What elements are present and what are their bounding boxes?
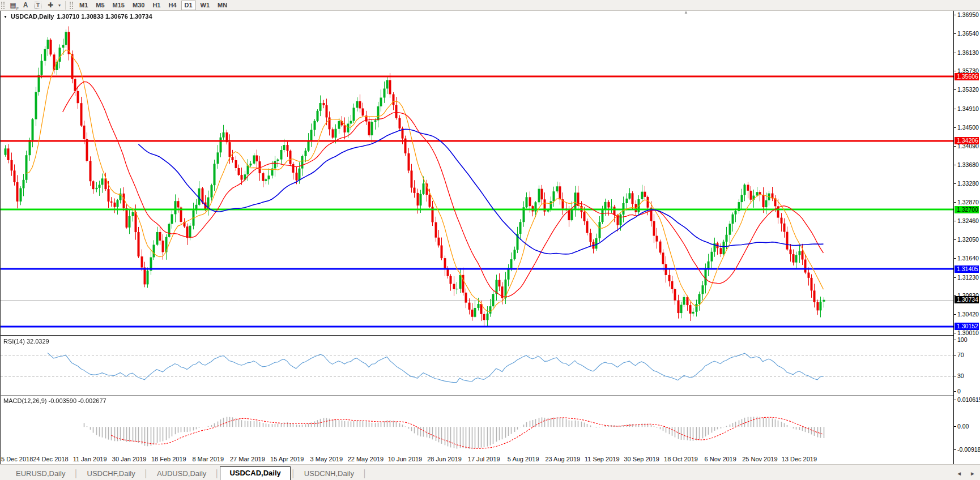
chart-tab-bar: EURUSD,Daily│USDCHF,Daily│AUDUSD,Daily│U… (0, 464, 980, 480)
crosshair-tool-icon[interactable]: ✚ (44, 1, 57, 10)
date-axis-label: 10 Jun 2019 (388, 456, 423, 462)
timeframe-toolbar-grip[interactable] (70, 2, 73, 9)
tf-button-d1[interactable]: D1 (181, 1, 196, 10)
mt4-window: ▦F A T ✚ ▾ M1M5M15M30H1H4D1W1MN ▼ USDCAD… (0, 0, 980, 480)
date-axis-label: 11 Sep 2019 (585, 456, 620, 462)
price-chart-canvas[interactable] (1, 11, 953, 335)
tf-button-m1[interactable]: M1 (76, 1, 91, 10)
symbol-label: USDCAD,Daily (11, 13, 54, 20)
tab-separator: │ (291, 469, 296, 480)
price-tick-label: 0.010615 (954, 396, 980, 403)
date-axis-label: 17 Jul 2019 (468, 456, 500, 462)
rsi-label: RSI(14) 32.0329 (3, 338, 49, 345)
price-tick-label: 1.32460 (954, 217, 979, 224)
price-tick-label: 0 (954, 388, 961, 395)
ohlc-values: 1.30710 1.30833 1.30676 1.30734 (57, 13, 152, 20)
date-axis-label: 27 Mar 2019 (230, 456, 265, 462)
price-tick-label: 1.31230 (954, 274, 979, 281)
tab-separator: │ (362, 469, 368, 480)
chart-tabs: EURUSD,Daily│USDCHF,Daily│AUDUSD,Daily│U… (0, 466, 368, 480)
price-level-badge: 1.35606 (955, 73, 979, 80)
chart-area: ▼ USDCAD,Daily 1.30710 1.30833 1.30676 1… (0, 11, 980, 464)
date-axis-label: 23 Aug 2019 (545, 456, 580, 462)
date-axis-label: 11 Jan 2019 (73, 456, 107, 462)
price-tick-label: 1.31640 (954, 255, 979, 262)
price-tick-label: 1.34910 (954, 105, 979, 112)
price-axis[interactable]: 1.369501.365401.361301.357301.353201.349… (953, 11, 980, 464)
price-tick-label: 70 (954, 352, 964, 358)
toolbar-separator (65, 1, 66, 10)
price-tick-label: -0.009181 (954, 446, 980, 453)
macd-panel[interactable]: MACD(12,26,9) -0.003590 -0.002677 (0, 395, 953, 455)
date-axis-label: 30 Jan 2019 (112, 456, 147, 462)
price-tick-label: 1.32050 (954, 236, 979, 243)
timeframe-buttons: M1M5M15M30H1H4D1W1MN (75, 1, 231, 10)
chart-shift-marker-icon[interactable]: ▲ (684, 10, 688, 15)
tf-button-h4[interactable]: H4 (165, 1, 180, 10)
price-tick-label: 1.36130 (954, 49, 979, 56)
macd-label: MACD(12,26,9) -0.003590 -0.002677 (3, 397, 106, 404)
price-tick-label: 100 (954, 336, 968, 343)
symbol-dropdown-icon[interactable]: ▼ (3, 15, 7, 19)
tab-audusd-daily[interactable]: AUDUSD,Daily (149, 468, 214, 480)
chart-title: ▼ USDCAD,Daily 1.30710 1.30833 1.30676 1… (3, 13, 152, 20)
tab-separator: │ (143, 469, 149, 480)
tab-scroll-left-icon[interactable]: ◄ (956, 470, 962, 477)
macd-canvas[interactable] (1, 396, 953, 455)
price-tick-label: 1.30420 (954, 311, 979, 318)
date-axis-label: 5 Dec 2018 (1, 456, 33, 462)
tf-button-m15[interactable]: M15 (109, 1, 128, 10)
tf-button-mn[interactable]: MN (214, 1, 231, 10)
time-axis[interactable]: 5 Dec 201824 Dec 201811 Jan 201930 Jan 2… (0, 455, 953, 464)
date-axis-label: 18 Oct 2019 (664, 456, 698, 462)
price-level-badge: 1.34206 (955, 137, 979, 144)
current-price-badge: 1.30734 (955, 296, 979, 303)
tab-separator: │ (73, 469, 79, 480)
tab-scroll-right-icon[interactable]: ► (970, 470, 975, 477)
tf-button-h1[interactable]: H1 (149, 1, 164, 10)
date-axis-label: 6 Nov 2019 (705, 456, 736, 462)
price-tick-label: 1.35320 (954, 86, 979, 93)
date-axis-label: 3 May 2019 (310, 456, 343, 462)
text-a-icon[interactable]: A (19, 1, 32, 10)
crosshair-dropdown-icon[interactable]: ▾ (57, 1, 62, 10)
date-axis-label: 25 Nov 2019 (742, 456, 777, 462)
date-axis-label: 22 May 2019 (348, 456, 384, 462)
price-tick-label: 1.32870 (954, 199, 979, 205)
tf-button-w1[interactable]: W1 (197, 1, 214, 10)
price-level-badge: 1.30152 (955, 323, 979, 330)
price-tick-label: 1.30010 (954, 329, 979, 336)
price-level-badge: 1.31405 (955, 265, 979, 273)
price-panel[interactable]: ▼ USDCAD,Daily 1.30710 1.30833 1.30676 1… (0, 11, 953, 336)
top-toolbar: ▦F A T ✚ ▾ M1M5M15M30H1H4D1W1MN (0, 0, 980, 11)
label-t-icon[interactable]: T (32, 1, 44, 10)
price-tick-label: 1.34500 (954, 124, 979, 131)
price-tick-label: 1.36540 (954, 30, 979, 37)
tab-usdchf-daily[interactable]: USDCHF,Daily (79, 468, 143, 480)
date-axis-label: 5 Aug 2019 (508, 456, 539, 462)
grid-f-icon[interactable]: ▦F (7, 1, 19, 10)
price-tick-label: 1.33280 (954, 180, 979, 187)
tab-eurusd-daily[interactable]: EURUSD,Daily (8, 468, 73, 480)
tf-button-m30[interactable]: M30 (129, 1, 148, 10)
tab-separator: │ (214, 469, 220, 480)
tab-usdcnh-daily[interactable]: USDCNH,Daily (296, 468, 362, 480)
tab-scroll-arrows: ◄ ► (956, 470, 975, 477)
tf-button-m5[interactable]: M5 (92, 1, 108, 10)
date-axis-label: 18 Feb 2019 (151, 456, 186, 462)
price-tick-label: 30 (954, 372, 964, 379)
date-axis-label: 8 Mar 2019 (192, 456, 224, 462)
price-tick-label: 0.00 (954, 423, 969, 430)
date-axis-label: 13 Dec 2019 (782, 456, 817, 462)
price-tick-label: 1.36950 (954, 11, 979, 18)
date-axis-label: 24 Dec 2018 (33, 456, 68, 462)
date-axis-label: 28 Jun 2019 (427, 456, 462, 462)
rsi-panel[interactable]: RSI(14) 32.0329 (0, 336, 953, 395)
tab-usdcad-daily[interactable]: USDCAD,Daily (220, 466, 290, 480)
price-tick-label: 1.33680 (954, 161, 979, 168)
date-axis-label: 30 Sep 2019 (624, 456, 659, 462)
toolbar-grip[interactable] (1, 2, 5, 9)
price-level-badge: 1.32700 (955, 206, 979, 213)
rsi-canvas[interactable] (1, 336, 953, 395)
date-axis-label: 15 Apr 2019 (270, 456, 304, 462)
